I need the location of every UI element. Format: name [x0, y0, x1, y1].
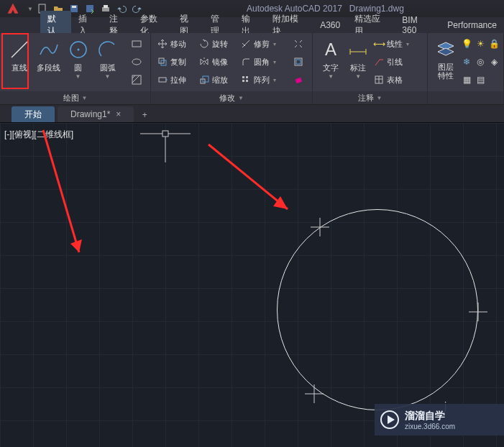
scale-button[interactable]: 缩放: [198, 72, 237, 88]
panel-layers-title: [428, 91, 503, 104]
svg-line-12: [132, 75, 135, 78]
svg-rect-21: [242, 80, 244, 82]
panel-draw-title[interactable]: 绘图▼: [0, 91, 150, 104]
layers-icon: [434, 37, 458, 62]
erase-icon[interactable]: [290, 72, 306, 88]
quadrant-bottom-icon: [303, 383, 325, 405]
svg-point-10: [132, 59, 141, 65]
svg-rect-9: [132, 41, 141, 47]
trim-button[interactable]: 修剪▾: [240, 36, 288, 52]
leader-button[interactable]: 引线: [373, 54, 421, 70]
tab-start[interactable]: 开始: [12, 106, 55, 122]
circle-icon: [66, 37, 91, 62]
text-button[interactable]: A 文字 ▼: [319, 36, 343, 80]
tab-drawing1[interactable]: Drawing1*×: [58, 106, 134, 122]
svg-line-13: [132, 75, 139, 83]
explode-icon[interactable]: [290, 36, 306, 52]
svg-rect-2: [72, 6, 76, 8]
drawing-area[interactable]: [-][俯视][二维线框] j 溜溜自学 zixue.3d66.com: [0, 122, 504, 447]
arc-button[interactable]: 圆弧 ▼: [94, 36, 121, 80]
linear-dim-button[interactable]: ⟷线性▾: [373, 36, 421, 52]
tab-a360[interactable]: A360: [313, 18, 347, 32]
layer-state-row[interactable]: 💡☀🔒: [461, 36, 500, 52]
lightbulb-icon: 💡: [461, 38, 472, 50]
play-icon: [379, 409, 400, 430]
panel-modify-title[interactable]: 修改▼: [151, 91, 312, 104]
panel-layers: 图层 特性 💡☀🔒 ❄◎◈ ▦▤: [428, 33, 504, 104]
new-tab-button[interactable]: +: [137, 108, 152, 122]
panel-draw: 直线 多段线 圆 ▼ 圆弧 ▼ 绘图▼: [0, 33, 151, 104]
fillet-button[interactable]: 圆角▾: [240, 54, 288, 70]
line-button[interactable]: 直线: [6, 36, 32, 73]
layer-iso-icon: ◈: [488, 56, 500, 68]
polyline-icon: [37, 37, 61, 62]
app-menu-button[interactable]: [0, 0, 26, 17]
stretch-icon: [157, 74, 168, 86]
sun-icon: ☀: [475, 38, 486, 50]
close-icon[interactable]: ×: [116, 109, 121, 119]
fillet-icon: [240, 56, 252, 68]
layer-match-row[interactable]: ▦▤: [461, 72, 500, 88]
svg-rect-25: [295, 78, 303, 83]
svg-rect-16: [159, 78, 166, 82]
svg-rect-20: [246, 76, 248, 78]
text-icon: A: [319, 37, 343, 62]
viewport-controls[interactable]: [-][俯视][二维线框]: [4, 129, 73, 141]
lock-icon: 🔒: [488, 38, 500, 50]
svg-rect-19: [242, 76, 244, 78]
svg-rect-22: [246, 80, 248, 82]
app-menu-caret[interactable]: ▼: [27, 6, 33, 12]
make-current-icon: ▤: [475, 74, 486, 86]
offset-icon[interactable]: [290, 54, 306, 70]
mirror-button[interactable]: 镜像: [198, 54, 237, 70]
quadrant-right-icon: [467, 301, 489, 323]
scale-icon: [198, 74, 210, 86]
ribbon: 直线 多段线 圆 ▼ 圆弧 ▼ 绘图▼: [0, 33, 504, 105]
match-icon: ▦: [461, 74, 472, 86]
leader-icon: [373, 56, 385, 68]
line-icon: [7, 37, 32, 62]
tab-performance[interactable]: Performance: [440, 18, 504, 32]
freeze-icon: ❄: [461, 56, 472, 68]
array-button[interactable]: 阵列▾: [240, 72, 288, 88]
mirror-icon: [198, 56, 210, 68]
ellipse-icon[interactable]: [129, 54, 145, 70]
chevron-down-icon[interactable]: ▼: [75, 73, 81, 80]
layer-off-icon: ◎: [475, 56, 486, 68]
ucs-icon: [137, 126, 194, 170]
rotate-button[interactable]: 旋转: [198, 36, 237, 52]
array-icon: [240, 74, 252, 86]
stretch-button[interactable]: 拉伸: [157, 72, 196, 88]
svg-rect-24: [296, 60, 301, 64]
rotate-icon: [198, 38, 210, 50]
circle-entity[interactable]: [277, 209, 478, 410]
svg-line-6: [12, 42, 27, 57]
rectangle-icon[interactable]: [129, 36, 145, 52]
panel-annotate-title[interactable]: 注释▼: [313, 91, 427, 104]
table-button[interactable]: 表格: [373, 72, 421, 88]
layer-tools-row[interactable]: ❄◎◈: [461, 54, 500, 70]
table-icon: [373, 74, 385, 86]
copy-button[interactable]: 复制: [157, 54, 196, 70]
quadrant-top-icon: [309, 216, 331, 238]
document-tabs: 开始 Drawing1*× +: [0, 105, 504, 122]
panel-annotate: A 文字 ▼ 标注 ▼ ⟷线性▾ 引线 表格 注释▼: [313, 33, 428, 104]
hatch-icon[interactable]: [129, 72, 145, 88]
chevron-down-icon[interactable]: ▼: [105, 73, 111, 80]
move-icon: [157, 38, 168, 50]
layer-properties-button[interactable]: 图层 特性: [434, 36, 458, 80]
svg-point-8: [77, 49, 79, 51]
dimension-icon: [346, 37, 370, 62]
trim-icon: [240, 38, 252, 50]
copy-icon: [157, 56, 168, 68]
dimension-button[interactable]: 标注 ▼: [346, 36, 370, 80]
arc-icon: [96, 37, 120, 62]
svg-rect-34: [162, 131, 168, 137]
panel-modify: 移动 复制 拉伸 旋转 镜像 缩放 修剪▾ 圆角▾ 阵列▾ 修改▼: [151, 33, 313, 104]
polyline-button[interactable]: 多段线: [35, 36, 62, 73]
move-button[interactable]: 移动: [157, 36, 196, 52]
svg-marker-46: [388, 415, 395, 424]
watermark: 溜溜自学 zixue.3d66.com: [375, 404, 504, 436]
circle-button[interactable]: 圆 ▼: [65, 36, 91, 80]
ribbon-tabs: 默认 插入 注释 参数化 视图 管理 输出 附加模块 A360 精选应用 BIM…: [0, 17, 504, 33]
